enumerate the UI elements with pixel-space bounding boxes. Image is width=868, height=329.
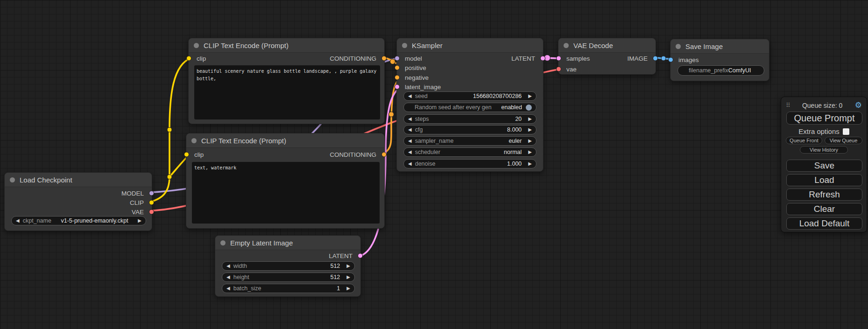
link-midpoint-dot[interactable]: [661, 56, 666, 61]
width-widget[interactable]: ◀ width 512 ▶: [222, 261, 355, 271]
output-conditioning: CONDITIONING: [330, 150, 376, 159]
input-latent-image: latent_image: [405, 83, 441, 91]
collapse-dot-icon[interactable]: [191, 138, 197, 143]
queue-front-button[interactable]: Queue Front: [786, 137, 822, 144]
denoise-widget[interactable]: ◀ denoise 1.000 ▶: [403, 159, 536, 168]
output-model: MODEL: [121, 189, 144, 197]
node-clip-text-encode-negative: CLIP Text Encode (Prompt) clip CONDITION…: [186, 133, 385, 229]
prev-arrow-icon[interactable]: ◀: [408, 139, 412, 143]
save-button[interactable]: Save: [786, 160, 862, 172]
clip-port-icon[interactable]: [149, 200, 154, 205]
prev-arrow-icon[interactable]: ◀: [226, 264, 230, 268]
node-title-bar[interactable]: Empty Latent Image: [215, 236, 360, 250]
latent-port-icon[interactable]: [395, 84, 400, 90]
node-title-bar[interactable]: Load Checkpoint: [5, 173, 152, 187]
collapse-dot-icon[interactable]: [402, 43, 407, 48]
next-arrow-icon[interactable]: ▶: [138, 218, 141, 223]
node-title-bar[interactable]: CLIP Text Encode (Prompt): [189, 38, 384, 53]
input-samples: samples: [566, 54, 590, 63]
queue-prompt-button[interactable]: Queue Prompt: [786, 112, 862, 125]
collapse-dot-icon[interactable]: [564, 43, 569, 48]
view-history-button[interactable]: View History: [800, 146, 848, 154]
link-midpoint-dot[interactable]: [167, 175, 172, 179]
scheduler-widget[interactable]: ◀ scheduler normal ▶: [403, 147, 536, 157]
drag-handle-icon[interactable]: ⠿: [786, 102, 790, 109]
settings-gear-icon[interactable]: ⚙: [855, 101, 862, 109]
extra-options-checkbox[interactable]: [843, 128, 849, 135]
node-title-bar[interactable]: Save Image: [670, 39, 769, 54]
next-arrow-icon[interactable]: ▶: [528, 161, 532, 166]
next-arrow-icon[interactable]: ▶: [346, 264, 350, 268]
image-port-icon[interactable]: [653, 56, 658, 61]
prev-arrow-icon[interactable]: ◀: [408, 117, 412, 121]
filename-prefix-widget[interactable]: filename_prefix ComfyUI: [677, 65, 764, 76]
view-queue-button[interactable]: View Queue: [825, 137, 862, 144]
input-clip: clip: [194, 150, 204, 159]
conditioning-port-icon[interactable]: [395, 75, 400, 80]
output-vae: VAE: [132, 208, 144, 216]
toggle-enabled-icon[interactable]: [526, 105, 532, 111]
negative-prompt-textarea[interactable]: text, watermark: [192, 162, 380, 224]
collapse-dot-icon[interactable]: [194, 43, 199, 48]
ckpt-name-widget[interactable]: ◀ ckpt_name v1-5-pruned-emaonly.ckpt ▶: [11, 216, 146, 225]
node-title: CLIP Text Encode (Prompt): [204, 42, 289, 49]
node-title: Save Image: [685, 42, 723, 50]
prev-arrow-icon[interactable]: ◀: [226, 286, 230, 291]
prev-arrow-icon[interactable]: ◀: [226, 275, 230, 280]
node-title-bar[interactable]: CLIP Text Encode (Prompt): [186, 133, 384, 148]
clear-button[interactable]: Clear: [786, 203, 862, 215]
vae-port-icon[interactable]: [556, 67, 561, 72]
prev-arrow-icon[interactable]: ◀: [408, 161, 412, 166]
collapse-dot-icon[interactable]: [676, 44, 681, 49]
next-arrow-icon[interactable]: ▶: [346, 286, 350, 291]
positive-prompt-textarea[interactable]: beautiful scenery nature glass bottle la…: [194, 65, 380, 119]
next-arrow-icon[interactable]: ▶: [528, 139, 532, 143]
model-port-icon[interactable]: [395, 56, 400, 61]
node-clip-text-encode-positive: CLIP Text Encode (Prompt) clip CONDITION…: [188, 38, 385, 124]
load-button[interactable]: Load: [786, 174, 862, 186]
steps-widget[interactable]: ◀ steps 20 ▶: [403, 114, 536, 124]
vae-port-icon[interactable]: [149, 210, 154, 215]
prev-arrow-icon[interactable]: ◀: [408, 150, 412, 154]
clip-port-icon[interactable]: [186, 56, 191, 61]
conditioning-port-icon[interactable]: [381, 56, 387, 61]
next-arrow-icon[interactable]: ▶: [528, 150, 532, 154]
link-midpoint-dot[interactable]: [389, 112, 394, 117]
random-seed-toggle-widget[interactable]: Random seed after every gen enabled: [403, 103, 536, 112]
sampler-name-widget[interactable]: ◀ sampler_name euler ▶: [403, 136, 536, 146]
latent-port-icon[interactable]: [556, 56, 561, 61]
cfg-widget[interactable]: ◀ cfg 8.000 ▶: [403, 125, 536, 134]
height-widget[interactable]: ◀ height 512 ▶: [222, 273, 355, 282]
node-title: Empty Latent Image: [230, 239, 293, 247]
link-midpoint-dot[interactable]: [390, 59, 395, 64]
model-port-icon[interactable]: [149, 191, 154, 196]
next-arrow-icon[interactable]: ▶: [528, 127, 532, 132]
input-vae: vae: [566, 65, 577, 73]
conditioning-port-icon[interactable]: [395, 65, 400, 70]
prev-arrow-icon[interactable]: ◀: [16, 218, 20, 223]
next-arrow-icon[interactable]: ▶: [528, 117, 532, 121]
batch-size-widget[interactable]: ◀ batch_size 1 ▶: [222, 284, 355, 293]
queue-menu-panel: ⠿ Queue size: 0 ⚙ Queue Prompt Extra opt…: [781, 97, 867, 232]
node-title-bar[interactable]: KSampler: [397, 38, 543, 53]
collapse-dot-icon[interactable]: [10, 177, 15, 182]
seed-widget[interactable]: ◀ seed 156680208700286 ▶: [403, 91, 536, 101]
latent-port-icon[interactable]: [358, 253, 363, 259]
node-title-bar[interactable]: VAE Decode: [558, 38, 656, 53]
clip-port-icon[interactable]: [184, 152, 189, 157]
load-default-button[interactable]: Load Default: [786, 217, 862, 230]
latent-port-icon[interactable]: [540, 56, 545, 61]
output-image: IMAGE: [627, 54, 648, 63]
image-port-icon[interactable]: [668, 57, 673, 63]
refresh-button[interactable]: Refresh: [786, 189, 862, 201]
node-empty-latent-image: Empty Latent Image LATENT ◀ width 512 ▶ …: [215, 235, 361, 297]
next-arrow-icon[interactable]: ▶: [346, 275, 350, 280]
collapse-dot-icon[interactable]: [220, 240, 226, 245]
link-midpoint-dot[interactable]: [167, 127, 172, 132]
prev-arrow-icon[interactable]: ◀: [408, 127, 412, 132]
conditioning-port-icon[interactable]: [381, 152, 387, 157]
output-latent: LATENT: [511, 54, 535, 63]
node-save-image: Save Image images filename_prefix ComfyU…: [670, 39, 769, 81]
prev-arrow-icon[interactable]: ◀: [408, 94, 412, 98]
next-arrow-icon[interactable]: ▶: [528, 94, 532, 98]
